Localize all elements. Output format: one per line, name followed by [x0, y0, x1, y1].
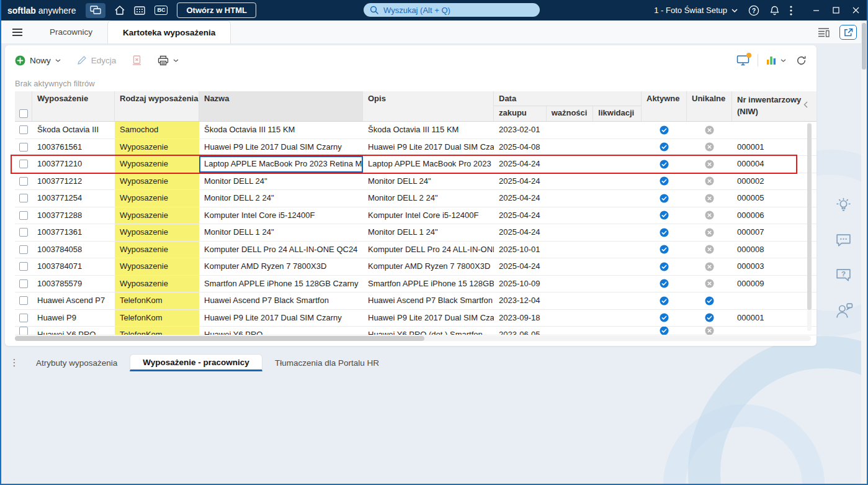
home-icon[interactable]: [115, 6, 125, 15]
cell: Smartfon APPLE iPhone 15 128GB Czarny: [199, 276, 363, 292]
vscrollbar-thumb[interactable]: [862, 23, 866, 70]
panel-toggle-icon[interactable]: [818, 27, 830, 37]
cell: Škoda Octavia III 115 KM: [363, 122, 494, 138]
row-checkbox[interactable]: [19, 314, 28, 322]
col-wyposazenie[interactable]: Wyposażenie: [32, 91, 115, 121]
maximize-button[interactable]: [826, 0, 846, 20]
tab-wyposazenie-pracownicy[interactable]: Wyposażenie - pracownicy: [130, 354, 262, 371]
brand-bold: softlab: [7, 6, 36, 16]
screens-icon[interactable]: [86, 3, 105, 18]
col-data-likwidacji[interactable]: likwidacji: [593, 106, 641, 121]
cell: 2025-04-24: [494, 156, 547, 173]
help-icon[interactable]: ?: [748, 5, 759, 16]
chevron-left-icon[interactable]: [803, 101, 808, 108]
minimize-button[interactable]: [806, 0, 826, 20]
col-aktywne[interactable]: Aktywne: [642, 91, 687, 121]
tab-atrybuty-wyposazenia[interactable]: Atrybuty wyposażenia: [24, 354, 130, 371]
refresh-button[interactable]: [796, 55, 807, 66]
bell-icon[interactable]: [770, 6, 779, 16]
search-icon: [370, 6, 378, 14]
row-checkbox[interactable]: [19, 262, 28, 271]
company-selector[interactable]: 1 - Foto Świat Setup: [654, 6, 738, 15]
table-row[interactable]: 1003771210WyposazenieLaptop APPLE MacBoo…: [15, 156, 817, 173]
table-row[interactable]: 1003784058WyposazenieKomputer DELL Pro 2…: [15, 242, 817, 259]
col-data[interactable]: Data: [494, 91, 641, 106]
table-row[interactable]: 1003784071WyposazenieKomputer AMD Ryzen …: [15, 258, 817, 276]
cell: 2025-04-24: [494, 173, 547, 190]
row-checkbox[interactable]: [19, 296, 28, 305]
row-checkbox-cell: [15, 190, 32, 207]
svg-text:?: ?: [752, 7, 756, 14]
row-checkbox[interactable]: [19, 211, 28, 220]
cell: Wyposazenie: [115, 242, 199, 258]
cell: 1003771212: [32, 173, 115, 190]
x-icon: [687, 224, 732, 241]
row-checkbox[interactable]: [19, 245, 28, 254]
col-rodzaj-wyposazenia[interactable]: Rodzaj wyposażenia: [115, 91, 199, 121]
toolbar-divider: [758, 54, 758, 66]
cell: 000006: [732, 207, 811, 224]
col-data-waznosci[interactable]: ważności: [547, 106, 594, 121]
table-row[interactable]: Škoda Octavia IIISamochodŠkoda Octavia I…: [15, 122, 817, 139]
open-html-button[interactable]: Otwórz w HTML: [177, 2, 256, 18]
table-row[interactable]: Huawei Ascend P7TelefonKomHuawei Ascend …: [15, 292, 817, 310]
row-checkbox-cell: [15, 242, 32, 258]
table-row[interactable]: 1003785579WyposazenieSmartfon APPLE iPho…: [15, 276, 817, 293]
row-checkbox[interactable]: [19, 327, 28, 335]
row-checkbox[interactable]: [19, 160, 28, 168]
cell: [547, 207, 594, 224]
new-button[interactable]: Nowy: [15, 55, 61, 66]
tab-kartoteka-wyposazenia[interactable]: Kartoteka wyposażenia: [107, 20, 231, 43]
cell: [547, 292, 594, 309]
table-row[interactable]: 1003771288WyposazenieKomputer Intel Core…: [15, 207, 817, 225]
contact-person-icon[interactable]: [835, 302, 853, 319]
chat-dots-icon[interactable]: [835, 233, 853, 248]
tab-tlumaczenia-portalu-hr[interactable]: Tłumaczenia dla Portalu HR: [262, 354, 391, 371]
main-table-vscrollbar[interactable]: [807, 122, 812, 331]
table-row[interactable]: 1003771254WyposazenieMonitor DELL 2 24"M…: [15, 190, 817, 207]
print-button[interactable]: [158, 55, 179, 66]
row-checkbox[interactable]: [19, 125, 28, 134]
select-all-checkbox[interactable]: [19, 109, 28, 118]
delete-button[interactable]: [132, 55, 141, 65]
window-tab-bar: Pracownicy Kartoteka wyposażenia: [0, 20, 868, 44]
row-checkbox[interactable]: [19, 279, 28, 288]
col-nazwa[interactable]: Nazwa: [199, 91, 363, 121]
keypad-icon[interactable]: [134, 6, 145, 15]
cell: [547, 310, 594, 327]
cell: Monitor DELL 24": [199, 173, 363, 190]
cell: Huawei Ascend P7 Black Smartfon: [199, 292, 363, 309]
tab-pracownicy[interactable]: Pracownicy: [35, 20, 107, 43]
row-checkbox[interactable]: [19, 228, 28, 237]
edit-button[interactable]: Edycja: [77, 55, 117, 65]
table-row[interactable]: 1003771212WyposazenieMonitor DELL 24"Mon…: [15, 173, 817, 191]
menu-hamburger-icon[interactable]: [0, 20, 35, 43]
close-button[interactable]: [846, 0, 866, 20]
col-opis[interactable]: Opis: [363, 91, 494, 121]
window-vscrollbar[interactable]: [861, 20, 867, 484]
open-external-button[interactable]: [839, 25, 857, 40]
col-nr-inwentarzowy[interactable]: Nr inwentarzowy(NIW): [732, 91, 811, 121]
search-placeholder: Wyszukaj (Alt + Q): [383, 6, 450, 15]
table-row[interactable]: 1003761561WyposazenieHuawei P9 Lite 2017…: [15, 139, 817, 156]
row-checkbox[interactable]: [19, 143, 28, 152]
row-checkbox[interactable]: [19, 177, 28, 186]
table-row[interactable]: 1003771361WyposazenieMonitor DELL 1 24"M…: [15, 224, 817, 242]
col-unikalne[interactable]: Unikalne: [687, 91, 732, 121]
table-row[interactable]: Huawei Y6 PROTelefonKomHuawei Y6 PROHuaw…: [15, 327, 817, 335]
row-checkbox[interactable]: [19, 194, 28, 202]
help-chat-icon[interactable]: ?: [835, 268, 853, 283]
monitor-button[interactable]: [736, 55, 749, 66]
main-table-hscrollbar[interactable]: [15, 336, 811, 341]
col-data-zakupu[interactable]: zakupu: [494, 106, 547, 121]
hscrollbar-thumb[interactable]: [15, 336, 424, 341]
kebab-menu-icon[interactable]: [790, 6, 792, 16]
idea-lightbulb-icon[interactable]: [835, 197, 853, 214]
bc-badge[interactable]: BC: [154, 6, 168, 15]
kebab-menu-icon[interactable]: ⋮: [5, 354, 24, 371]
search-input[interactable]: Wyszukaj (Alt + Q): [364, 3, 540, 17]
cell: 2025-10-01: [494, 242, 547, 258]
table-row[interactable]: Huawei P9TelefonKomHuawei P9 Lite 2017 D…: [15, 310, 817, 327]
chart-button[interactable]: [766, 56, 786, 65]
cell: [547, 242, 594, 258]
